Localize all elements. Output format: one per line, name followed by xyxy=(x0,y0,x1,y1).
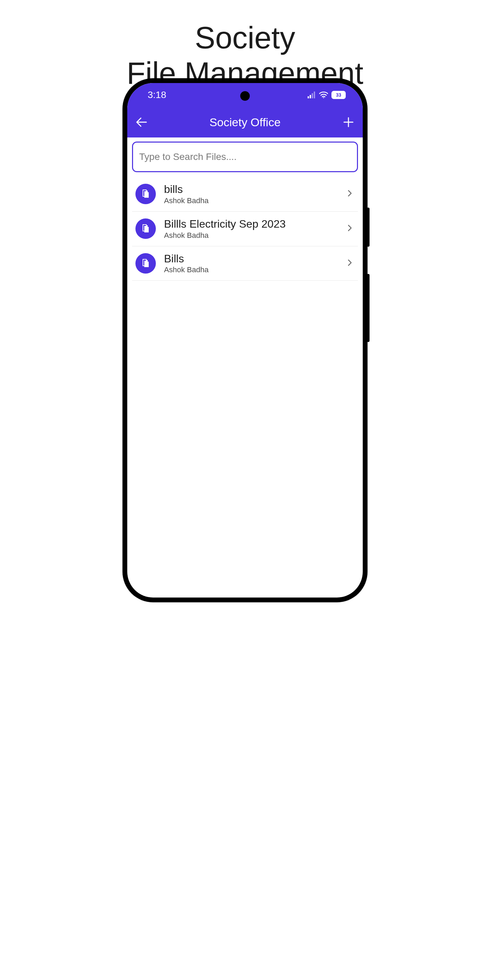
file-title: Billls Electricity Sep 2023 xyxy=(164,218,347,231)
status-time: 3:18 xyxy=(148,89,166,100)
app-bar-title: Society Office xyxy=(209,116,280,129)
back-button[interactable] xyxy=(135,115,148,129)
content-area: bills Ashok Badha Billls Electricity Se xyxy=(127,137,363,281)
page-heading: Society File Management xyxy=(0,0,490,91)
file-item[interactable]: bills Ashok Badha xyxy=(132,177,358,212)
file-text: bills Ashok Badha xyxy=(164,183,347,205)
phone-frame: 3:18 33 xyxy=(123,78,368,602)
file-owner: Ashok Badha xyxy=(164,231,347,240)
documents-icon xyxy=(140,258,151,269)
file-icon xyxy=(135,218,156,239)
heading-line-1: Society xyxy=(0,21,490,56)
svg-point-4 xyxy=(323,97,324,98)
search-input[interactable] xyxy=(139,151,351,162)
phone-screen: 3:18 33 xyxy=(127,83,363,598)
chevron-right-icon xyxy=(347,224,353,234)
file-title: bills xyxy=(164,183,347,196)
file-text: Billls Electricity Sep 2023 Ashok Badha xyxy=(164,218,347,240)
add-button[interactable] xyxy=(342,115,355,129)
phone-side-button xyxy=(367,274,369,342)
svg-rect-1 xyxy=(310,95,311,98)
app-bar: Society Office xyxy=(127,107,363,137)
search-box[interactable] xyxy=(132,142,358,172)
file-item[interactable]: Billls Electricity Sep 2023 Ashok Badha xyxy=(132,212,358,247)
camera-notch xyxy=(240,91,250,101)
arrow-left-icon xyxy=(135,116,148,128)
file-title: Bills xyxy=(164,253,347,265)
svg-rect-3 xyxy=(314,92,315,98)
signal-icon xyxy=(308,92,316,98)
plus-icon xyxy=(343,116,354,128)
battery-level: 33 xyxy=(336,92,341,98)
svg-rect-2 xyxy=(312,93,313,98)
wifi-icon xyxy=(319,92,328,98)
file-icon xyxy=(135,253,156,274)
status-icons: 33 xyxy=(308,91,346,99)
documents-icon xyxy=(140,224,151,234)
battery-icon: 33 xyxy=(331,91,346,99)
file-icon xyxy=(135,184,156,204)
file-owner: Ashok Badha xyxy=(164,196,347,205)
documents-icon xyxy=(140,189,151,199)
chevron-right-icon xyxy=(347,189,353,199)
svg-rect-0 xyxy=(308,96,309,98)
file-item[interactable]: Bills Ashok Badha xyxy=(132,247,358,281)
chevron-right-icon xyxy=(347,259,353,268)
file-owner: Ashok Badha xyxy=(164,266,347,274)
file-text: Bills Ashok Badha xyxy=(164,253,347,275)
phone-side-button xyxy=(367,208,369,247)
